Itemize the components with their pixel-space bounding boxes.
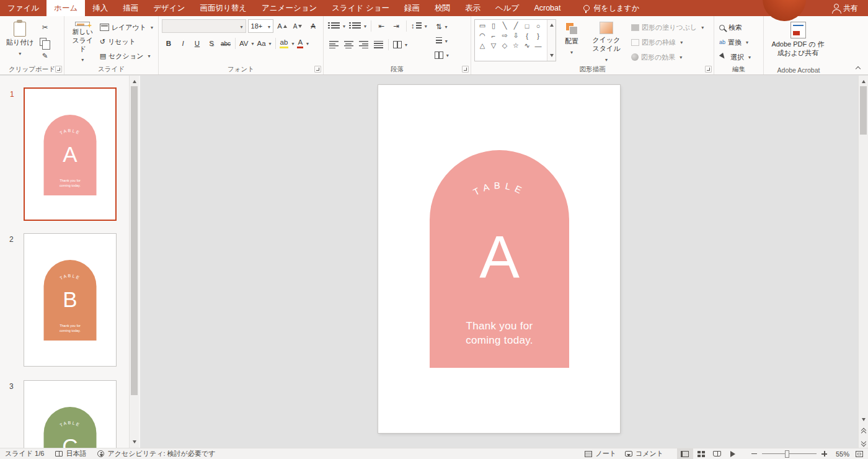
shape-icon[interactable]: ◇ — [500, 41, 510, 50]
align-center-button[interactable] — [342, 38, 355, 51]
slide-editor[interactable]: TABLE A Thank you for coming today. — [378, 85, 620, 433]
scroll-down-button[interactable] — [130, 438, 139, 448]
previous-slide-button[interactable] — [859, 427, 868, 437]
columns-button[interactable] — [392, 38, 409, 51]
normal-view-button[interactable] — [677, 448, 693, 459]
copy-button[interactable] — [38, 35, 52, 48]
table-letter[interactable]: A — [430, 222, 569, 292]
character-spacing-button[interactable]: AV — [238, 37, 255, 50]
shape-icon[interactable]: } — [533, 31, 543, 40]
thank-you-message[interactable]: Thank you for coming today. — [430, 319, 569, 348]
tab-view[interactable]: 表示 — [458, 0, 488, 16]
shape-icon[interactable]: ╱ — [511, 21, 521, 30]
shape-icon[interactable]: ▽ — [489, 41, 498, 50]
align-text-button[interactable] — [433, 34, 450, 48]
text-shadow-button[interactable]: S — [205, 37, 218, 50]
grow-font-button[interactable]: A — [275, 19, 289, 33]
tab-help[interactable]: ヘルプ — [488, 0, 526, 16]
shape-icon[interactable]: ⇨ — [500, 31, 510, 40]
shape-icon[interactable]: ▯ — [489, 21, 498, 30]
font-color-button[interactable]: A — [296, 37, 310, 50]
scroll-up-button[interactable] — [130, 76, 139, 86]
next-slide-button[interactable] — [859, 438, 868, 448]
underline-button[interactable]: U — [190, 37, 204, 50]
scroll-down-button[interactable] — [859, 416, 868, 426]
shape-icon[interactable]: — — [533, 41, 543, 50]
tab-draw[interactable]: 描画 — [115, 0, 146, 16]
text-direction-button[interactable]: ⇅ — [433, 20, 450, 33]
shape-icon[interactable]: ▭ — [477, 21, 487, 30]
comments-button[interactable]: コメント — [625, 449, 663, 458]
zoom-level[interactable]: 55% — [836, 450, 849, 458]
tab-acrobat[interactable]: Acrobat — [526, 0, 568, 16]
slide-thumbnail-2[interactable]: 2 TABLE B Thank you for coming today. — [24, 233, 117, 367]
replace-button[interactable]: ab 置換 — [717, 35, 753, 49]
fit-to-window-button[interactable] — [856, 451, 863, 457]
cut-button[interactable]: ✂ — [38, 20, 52, 34]
tab-home[interactable]: ホーム — [46, 0, 85, 16]
highlight-color-button[interactable]: ab — [278, 37, 296, 50]
shape-icon[interactable]: ◠ — [477, 31, 487, 40]
notes-button[interactable]: ノート — [585, 449, 616, 458]
tab-record[interactable]: 録画 — [397, 0, 427, 16]
shape-icon[interactable]: { — [522, 31, 532, 40]
section-button[interactable]: ▤ セクション — [98, 49, 155, 63]
tab-insert[interactable]: 挿入 — [85, 0, 115, 16]
shrink-font-button[interactable]: A — [291, 19, 304, 33]
canvas-scrollbar[interactable] — [858, 76, 868, 448]
zoom-slider-knob[interactable] — [785, 450, 789, 458]
clipboard-dialog-launcher[interactable] — [55, 66, 62, 73]
reset-button[interactable]: ↺ リセット — [98, 35, 155, 48]
tab-transitions[interactable]: 画面切り替え — [192, 0, 254, 16]
slide-indicator[interactable]: スライド 1/6 — [5, 449, 44, 458]
shape-icon[interactable]: ⇩ — [511, 31, 521, 40]
tab-file[interactable]: ファイル — [0, 0, 46, 16]
arrange-button[interactable]: 配置 — [556, 19, 587, 64]
tab-animations[interactable]: アニメーション — [254, 0, 324, 16]
shape-icon[interactable]: ╲ — [500, 21, 510, 30]
drawing-dialog-launcher[interactable] — [705, 66, 712, 73]
clear-formatting-button[interactable]: A — [306, 19, 320, 33]
numbering-button[interactable] — [348, 19, 368, 33]
collapse-ribbon-button[interactable] — [854, 64, 862, 71]
arch-shape[interactable]: TABLE A Thank you for coming today. — [430, 150, 569, 368]
thumbnail-scrollbar[interactable] — [129, 76, 139, 448]
shape-icon[interactable]: ○ — [533, 21, 543, 30]
scrollbar-thumb[interactable] — [860, 86, 867, 135]
select-button[interactable]: 選択 — [717, 50, 753, 64]
format-painter-button[interactable]: ✎ — [38, 49, 52, 63]
accessibility-checker[interactable]: アクセシビリティ: 検討が必要です — [97, 449, 215, 458]
shape-icon[interactable]: △ — [477, 41, 487, 50]
font-dialog-launcher[interactable] — [314, 66, 321, 73]
change-case-button[interactable]: Aa — [256, 37, 273, 50]
shape-gallery[interactable]: ▭▯╲╱□○◠⌐⇨⇩{}△▽◇☆∿— — [474, 19, 556, 61]
shape-gallery-scrollbar[interactable] — [547, 20, 556, 61]
slide-thumbnail-3[interactable]: 3 TABLE C Thank you for coming today. — [24, 380, 117, 448]
share-button[interactable]: 共有 — [824, 0, 868, 16]
decrease-indent-button[interactable]: ⇤ — [374, 19, 388, 33]
zoom-slider[interactable] — [762, 453, 817, 455]
zoom-in-button[interactable] — [822, 451, 827, 457]
convert-smartart-button[interactable] — [433, 48, 450, 62]
line-spacing-button[interactable]: ↕ — [410, 19, 428, 33]
scrollbar-thumb[interactable] — [131, 86, 138, 395]
font-name-combo[interactable] — [162, 19, 246, 33]
bullets-button[interactable] — [327, 19, 347, 33]
new-slide-button[interactable]: 新しい スライド — [68, 19, 98, 64]
reading-view-button[interactable] — [709, 448, 725, 459]
zoom-out-button[interactable] — [751, 453, 757, 455]
quick-styles-button[interactable]: クイック スタイル — [587, 19, 626, 64]
slide-sorter-view-button[interactable] — [693, 448, 709, 459]
paste-button[interactable]: 貼り付け — [3, 19, 37, 64]
create-pdf-button[interactable]: Adobe PDF の 作成および共有 — [767, 19, 829, 64]
language-indicator[interactable]: 日本語 — [55, 449, 86, 458]
tab-review[interactable]: 校閲 — [427, 0, 458, 16]
increase-indent-button[interactable]: ⇥ — [389, 19, 403, 33]
shape-icon[interactable]: ⌐ — [489, 31, 498, 40]
shape-icon[interactable]: □ — [522, 21, 532, 30]
align-right-button[interactable] — [356, 38, 370, 51]
italic-button[interactable]: I — [176, 37, 190, 50]
scroll-up-button[interactable] — [859, 76, 868, 86]
bold-button[interactable]: B — [162, 37, 175, 50]
shape-icon[interactable]: ∿ — [522, 41, 532, 50]
